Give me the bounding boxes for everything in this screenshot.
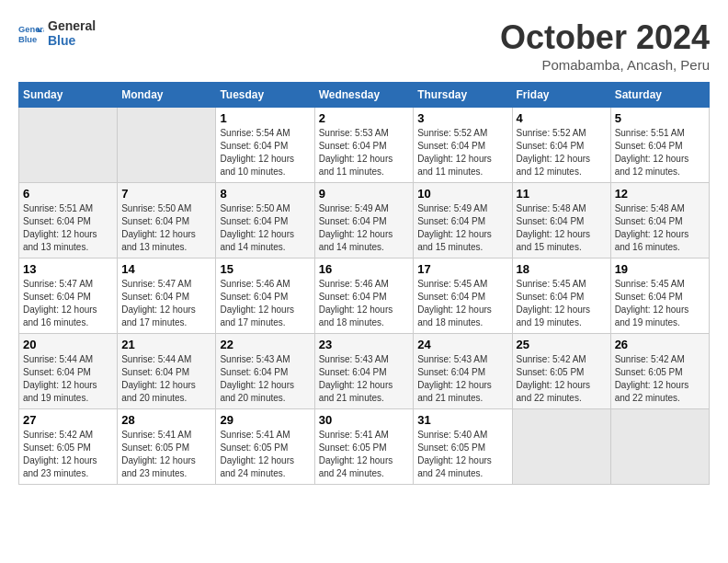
day-info: Sunrise: 5:45 AM Sunset: 6:04 PM Dayligh…	[517, 278, 607, 329]
weekday-header-row: SundayMondayTuesdayWednesdayThursdayFrid…	[19, 83, 710, 108]
day-number: 15	[220, 262, 310, 276]
day-info: Sunrise: 5:40 AM Sunset: 6:05 PM Dayligh…	[417, 429, 507, 480]
svg-text:Blue: Blue	[18, 35, 37, 44]
calendar-cell: 16Sunrise: 5:46 AM Sunset: 6:04 PM Dayli…	[314, 259, 414, 334]
day-number: 20	[23, 338, 113, 351]
day-number: 22	[220, 338, 310, 351]
day-info: Sunrise: 5:46 AM Sunset: 6:04 PM Dayligh…	[220, 278, 310, 329]
day-number: 28	[121, 413, 211, 427]
day-number: 13	[23, 262, 113, 276]
calendar-table: SundayMondayTuesdayWednesdayThursdayFrid…	[18, 82, 710, 485]
page-header: General Blue General Blue October 2024 P…	[18, 18, 710, 73]
title-block: October 2024 Pomabamba, Ancash, Peru	[500, 18, 710, 73]
day-info: Sunrise: 5:47 AM Sunset: 6:04 PM Dayligh…	[121, 278, 211, 329]
day-number: 18	[517, 262, 607, 276]
day-number: 11	[517, 187, 607, 201]
day-number: 12	[615, 187, 705, 201]
calendar-cell: 6Sunrise: 5:51 AM Sunset: 6:04 PM Daylig…	[19, 183, 118, 259]
calendar-cell: 25Sunrise: 5:42 AM Sunset: 6:05 PM Dayli…	[512, 334, 610, 409]
calendar-cell: 23Sunrise: 5:43 AM Sunset: 6:04 PM Dayli…	[314, 334, 414, 409]
calendar-cell: 3Sunrise: 5:52 AM Sunset: 6:04 PM Daylig…	[414, 108, 512, 183]
day-number: 23	[319, 338, 410, 351]
logo: General Blue General Blue	[18, 18, 96, 48]
calendar-cell: 22Sunrise: 5:43 AM Sunset: 6:04 PM Dayli…	[216, 334, 314, 409]
day-number: 31	[417, 413, 507, 427]
day-info: Sunrise: 5:44 AM Sunset: 6:04 PM Dayligh…	[23, 353, 113, 405]
day-info: Sunrise: 5:42 AM Sunset: 6:05 PM Dayligh…	[23, 429, 113, 480]
calendar-cell	[512, 409, 610, 485]
day-info: Sunrise: 5:43 AM Sunset: 6:04 PM Dayligh…	[319, 353, 410, 405]
logo-icon: General Blue	[18, 20, 44, 46]
calendar-row: 27Sunrise: 5:42 AM Sunset: 6:05 PM Dayli…	[19, 409, 710, 485]
calendar-cell: 2Sunrise: 5:53 AM Sunset: 6:04 PM Daylig…	[314, 108, 414, 183]
day-info: Sunrise: 5:53 AM Sunset: 6:04 PM Dayligh…	[319, 127, 410, 178]
weekday-header: Saturday	[610, 83, 709, 108]
weekday-header: Monday	[118, 83, 216, 108]
day-number: 16	[319, 262, 410, 276]
day-number: 29	[220, 413, 310, 427]
day-number: 24	[417, 338, 507, 351]
day-info: Sunrise: 5:51 AM Sunset: 6:04 PM Dayligh…	[615, 127, 705, 178]
day-number: 6	[23, 187, 113, 201]
day-number: 2	[319, 111, 410, 125]
day-number: 10	[417, 187, 507, 201]
calendar-cell: 10Sunrise: 5:49 AM Sunset: 6:04 PM Dayli…	[414, 183, 512, 259]
logo-line1: General	[48, 18, 96, 33]
day-number: 14	[121, 262, 211, 276]
day-number: 3	[417, 111, 507, 125]
day-info: Sunrise: 5:47 AM Sunset: 6:04 PM Dayligh…	[23, 278, 113, 329]
calendar-cell: 11Sunrise: 5:48 AM Sunset: 6:04 PM Dayli…	[512, 183, 610, 259]
calendar-cell: 20Sunrise: 5:44 AM Sunset: 6:04 PM Dayli…	[19, 334, 118, 409]
calendar-cell: 30Sunrise: 5:41 AM Sunset: 6:05 PM Dayli…	[314, 409, 414, 485]
day-number: 27	[23, 413, 113, 427]
calendar-row: 6Sunrise: 5:51 AM Sunset: 6:04 PM Daylig…	[19, 183, 710, 259]
calendar-cell	[19, 108, 118, 183]
day-info: Sunrise: 5:42 AM Sunset: 6:05 PM Dayligh…	[517, 353, 607, 405]
day-info: Sunrise: 5:49 AM Sunset: 6:04 PM Dayligh…	[319, 202, 410, 254]
calendar-cell: 17Sunrise: 5:45 AM Sunset: 6:04 PM Dayli…	[414, 259, 512, 334]
day-number: 21	[121, 338, 211, 351]
day-number: 5	[615, 111, 705, 125]
day-info: Sunrise: 5:45 AM Sunset: 6:04 PM Dayligh…	[417, 278, 507, 329]
calendar-row: 13Sunrise: 5:47 AM Sunset: 6:04 PM Dayli…	[19, 259, 710, 334]
day-info: Sunrise: 5:41 AM Sunset: 6:05 PM Dayligh…	[220, 429, 310, 480]
calendar-cell: 13Sunrise: 5:47 AM Sunset: 6:04 PM Dayli…	[19, 259, 118, 334]
weekday-header: Friday	[512, 83, 610, 108]
day-info: Sunrise: 5:52 AM Sunset: 6:04 PM Dayligh…	[517, 127, 607, 178]
day-info: Sunrise: 5:44 AM Sunset: 6:04 PM Dayligh…	[121, 353, 211, 405]
calendar-row: 1Sunrise: 5:54 AM Sunset: 6:04 PM Daylig…	[19, 108, 710, 183]
day-number: 1	[220, 111, 310, 125]
day-number: 8	[220, 187, 310, 201]
location: Pomabamba, Ancash, Peru	[500, 57, 710, 73]
calendar-cell: 24Sunrise: 5:43 AM Sunset: 6:04 PM Dayli…	[414, 334, 512, 409]
day-info: Sunrise: 5:49 AM Sunset: 6:04 PM Dayligh…	[417, 202, 507, 254]
day-info: Sunrise: 5:45 AM Sunset: 6:04 PM Dayligh…	[615, 278, 705, 329]
calendar-cell: 5Sunrise: 5:51 AM Sunset: 6:04 PM Daylig…	[610, 108, 709, 183]
day-info: Sunrise: 5:41 AM Sunset: 6:05 PM Dayligh…	[121, 429, 211, 480]
calendar-cell: 21Sunrise: 5:44 AM Sunset: 6:04 PM Dayli…	[118, 334, 216, 409]
day-number: 9	[319, 187, 410, 201]
calendar-cell: 31Sunrise: 5:40 AM Sunset: 6:05 PM Dayli…	[414, 409, 512, 485]
day-info: Sunrise: 5:52 AM Sunset: 6:04 PM Dayligh…	[417, 127, 507, 178]
calendar-cell: 15Sunrise: 5:46 AM Sunset: 6:04 PM Dayli…	[216, 259, 314, 334]
day-number: 26	[615, 338, 705, 351]
day-info: Sunrise: 5:41 AM Sunset: 6:05 PM Dayligh…	[319, 429, 410, 480]
calendar-cell: 27Sunrise: 5:42 AM Sunset: 6:05 PM Dayli…	[19, 409, 118, 485]
calendar-cell: 9Sunrise: 5:49 AM Sunset: 6:04 PM Daylig…	[314, 183, 414, 259]
calendar-cell	[118, 108, 216, 183]
calendar-row: 20Sunrise: 5:44 AM Sunset: 6:04 PM Dayli…	[19, 334, 710, 409]
calendar-cell: 4Sunrise: 5:52 AM Sunset: 6:04 PM Daylig…	[512, 108, 610, 183]
day-info: Sunrise: 5:48 AM Sunset: 6:04 PM Dayligh…	[615, 202, 705, 254]
day-number: 30	[319, 413, 410, 427]
day-number: 4	[517, 111, 607, 125]
calendar-cell: 1Sunrise: 5:54 AM Sunset: 6:04 PM Daylig…	[216, 108, 314, 183]
svg-text:General: General	[18, 25, 44, 34]
day-info: Sunrise: 5:43 AM Sunset: 6:04 PM Dayligh…	[220, 353, 310, 405]
weekday-header: Wednesday	[314, 83, 414, 108]
calendar-cell: 12Sunrise: 5:48 AM Sunset: 6:04 PM Dayli…	[610, 183, 709, 259]
day-info: Sunrise: 5:54 AM Sunset: 6:04 PM Dayligh…	[220, 127, 310, 178]
calendar-cell: 28Sunrise: 5:41 AM Sunset: 6:05 PM Dayli…	[118, 409, 216, 485]
weekday-header: Thursday	[414, 83, 512, 108]
day-number: 17	[417, 262, 507, 276]
logo-line2: Blue	[48, 33, 96, 48]
